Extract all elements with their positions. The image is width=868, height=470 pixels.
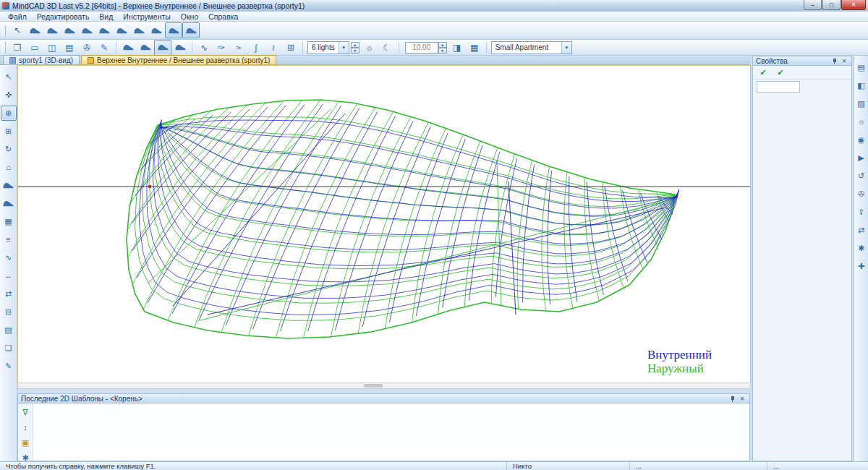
menu-Окно[interactable]: Окно <box>176 12 203 22</box>
last-bottom-button[interactable] <box>61 22 78 38</box>
last-compare-button[interactable] <box>95 22 113 38</box>
main-toolbar: ↖ <box>0 22 868 40</box>
offset-spinner[interactable] <box>438 42 447 54</box>
panel-export-button[interactable]: ⇪ <box>854 205 868 220</box>
toolbar-grip[interactable] <box>2 42 6 53</box>
folder-button[interactable]: ▣ <box>18 436 33 450</box>
property-value-field[interactable] <box>757 81 800 93</box>
last-side-view-button[interactable] <box>1 178 17 193</box>
maximize-button[interactable] <box>822 0 841 10</box>
minimize-button[interactable] <box>804 0 822 10</box>
lights-spinner[interactable] <box>351 42 359 54</box>
pattern-canvas[interactable]: ВнутреннийНаружный <box>17 65 751 383</box>
close-icon[interactable] <box>738 395 746 403</box>
panel-render-button[interactable]: ▶ <box>854 150 868 166</box>
last-top-view-button[interactable] <box>1 196 17 211</box>
close-button[interactable] <box>841 0 866 10</box>
style-lines-button[interactable]: ∿ <box>1 250 17 265</box>
panel-camera-button[interactable]: ◉ <box>854 132 868 148</box>
snapshot-button[interactable]: ✇ <box>78 40 95 56</box>
last-pair-button[interactable] <box>43 22 61 38</box>
spline-section-button[interactable]: ≀ <box>265 40 282 56</box>
last-shell-button[interactable] <box>78 22 95 38</box>
panel-settings-button[interactable]: ✱ <box>854 241 868 256</box>
mesh-view-button[interactable]: ▦ <box>1 214 17 229</box>
pin-icon[interactable] <box>728 395 737 403</box>
flatten-inner-button[interactable] <box>165 22 182 38</box>
shell-outer-button[interactable] <box>137 40 154 56</box>
horizontal-scrollbar[interactable] <box>17 383 751 389</box>
chevron-down-icon[interactable] <box>339 42 349 54</box>
separator <box>486 42 487 54</box>
view-home-button[interactable]: ⌂ <box>1 160 17 175</box>
tab-label: sporty1 (3D-вид) <box>19 56 73 64</box>
panel-film-button[interactable]: ✇ <box>854 187 868 202</box>
shell-inner-button[interactable] <box>119 40 137 56</box>
last-sections-button[interactable] <box>130 22 148 38</box>
toolbar-grip[interactable] <box>2 25 6 36</box>
filter-button[interactable]: ∇ <box>18 406 33 419</box>
print-button[interactable]: ▤ <box>61 40 78 56</box>
preset-select[interactable]: Small Apartment <box>491 41 572 54</box>
tab-1[interactable]: Верхнее Внутреннее / Внешнее развертка (… <box>81 55 276 64</box>
confirm-one-button[interactable]: ✔ <box>772 64 789 80</box>
lights-select[interactable]: 6 lights <box>307 41 349 54</box>
zoom-in-button[interactable]: ⊕ <box>1 106 17 121</box>
grid-button[interactable]: ▤ <box>1 322 17 338</box>
layers-button[interactable]: ❏ <box>1 341 17 356</box>
shell-flip-button[interactable] <box>171 40 189 56</box>
panel-lights-button[interactable]: ☼ <box>854 114 868 129</box>
menu-Вид[interactable]: Вид <box>94 12 118 22</box>
offset-preview-button[interactable]: ▦ <box>466 40 483 56</box>
doc-save-button[interactable]: ◫ <box>43 40 61 56</box>
measure-button[interactable]: ↔ <box>1 268 17 283</box>
measure-icon: ↔ <box>4 272 12 280</box>
doc-new-button[interactable]: ❐ <box>9 40 26 56</box>
last-side-button[interactable] <box>26 22 43 38</box>
sort-button[interactable]: ↕ <box>18 421 33 435</box>
scrollbar-thumb[interactable] <box>364 384 383 388</box>
tab-0[interactable]: sporty1 (3D-вид) <box>3 55 80 64</box>
panel-textures-button[interactable]: ▨ <box>854 96 868 111</box>
shell-both-button[interactable] <box>154 40 171 56</box>
rotate-button[interactable]: ↻ <box>1 142 17 157</box>
menu-Файл[interactable]: Файл <box>3 12 32 22</box>
sections-view-button[interactable]: ≡ <box>1 232 17 247</box>
zoom-window-button[interactable]: ⊞ <box>1 124 17 139</box>
flattened-pattern-mesh <box>18 66 750 383</box>
spline-edit-button[interactable]: ✑ <box>213 40 230 56</box>
offset-apply-button[interactable]: ◨ <box>448 40 466 56</box>
panel-help-button[interactable]: ✚ <box>854 259 868 274</box>
light-ambient-button[interactable]: ☼ <box>361 40 378 56</box>
pin-icon[interactable] <box>830 57 839 65</box>
annotate-button[interactable]: ✎ <box>95 40 113 56</box>
spline-smooth-button[interactable]: ≈ <box>230 40 247 56</box>
panel-rotate-button[interactable]: ↺ <box>854 168 868 184</box>
menu-Редактировать[interactable]: Редактировать <box>32 12 95 22</box>
doc-open-button[interactable]: ▭ <box>26 40 43 56</box>
panel-mirror-button[interactable]: ⇄ <box>854 223 868 238</box>
panel-materials-button[interactable]: ◧ <box>854 78 868 93</box>
chevron-down-icon[interactable] <box>561 42 571 54</box>
spline-fair-button[interactable]: ∫ <box>247 40 265 56</box>
spline-draw-button[interactable]: ∿ <box>195 40 213 56</box>
flatten-outer-button[interactable] <box>182 22 200 38</box>
last-modify-button[interactable] <box>113 22 130 38</box>
status-bar: Чтобы получить справку, нажмите клавишу … <box>0 461 868 470</box>
offset-input[interactable]: 10.00 <box>405 42 438 54</box>
separator <box>116 42 116 54</box>
flatten-button[interactable]: ⊟ <box>1 304 17 320</box>
last-measure-button[interactable] <box>148 22 165 38</box>
confirm-all-button[interactable]: ✔ <box>754 64 772 80</box>
select-arrow-button[interactable]: ↖ <box>9 22 26 38</box>
panel-props-button[interactable]: ▤ <box>854 60 868 75</box>
notes-button[interactable]: ✎ <box>1 359 17 374</box>
light-spot-button[interactable]: ☾ <box>378 40 396 56</box>
pan-button[interactable]: ✜ <box>1 87 17 103</box>
close-icon[interactable] <box>840 57 848 65</box>
menu-Инструменты[interactable]: Инструменты <box>118 12 175 22</box>
grid-snap-button[interactable]: ⊞ <box>282 40 299 56</box>
select-button[interactable]: ↖ <box>1 69 17 85</box>
menu-Справка[interactable]: Справка <box>203 12 243 22</box>
mirror-button[interactable]: ⇄ <box>1 286 17 302</box>
